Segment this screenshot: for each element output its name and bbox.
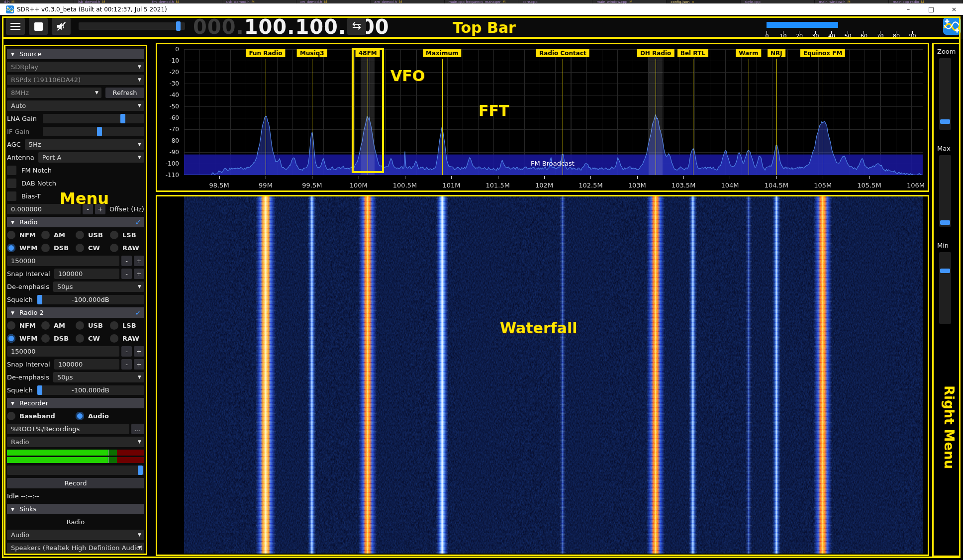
mode-option-nfm[interactable]: NFM bbox=[7, 321, 41, 330]
fft-size-ruler-slider[interactable]: 0102030405060708090 bbox=[767, 21, 916, 38]
sinks-section-header[interactable]: ▼Sinks bbox=[7, 504, 144, 514]
editor-tab[interactable]: core.cpp bbox=[518, 0, 592, 3]
mode-option-usb[interactable]: USB bbox=[76, 321, 110, 330]
mode-option-dsb[interactable]: DSB bbox=[41, 334, 76, 343]
de-emphasis-dropdown[interactable]: 50µs▼ bbox=[53, 372, 144, 382]
dab-notch-checkbox[interactable] bbox=[7, 179, 16, 188]
editor-tab[interactable]: usb_demod.hM bbox=[222, 0, 296, 3]
mode-option-lsb[interactable]: LSB bbox=[110, 321, 144, 330]
station-label-48fm[interactable]: 48FM bbox=[356, 49, 380, 57]
mode-option-wfm[interactable]: WFM bbox=[7, 244, 41, 252]
offset-plus-button[interactable]: + bbox=[95, 204, 105, 214]
if-agc-dropdown[interactable]: Auto▼ bbox=[7, 100, 144, 111]
editor-tab[interactable]: am_demod.hM bbox=[371, 0, 444, 3]
radio-bandwidth-input[interactable]: 150000 bbox=[7, 256, 119, 266]
station-label-maximum[interactable]: Maximum bbox=[423, 49, 461, 57]
bias-t-checkbox[interactable] bbox=[7, 191, 16, 201]
sink-device-dropdown[interactable]: Speakers (Realtek High Definition Audio)… bbox=[7, 543, 144, 553]
editor-tab[interactable]: main.cpp radioM bbox=[889, 0, 963, 3]
snap-plus-button[interactable]: + bbox=[134, 269, 144, 279]
mode-option-cw[interactable]: CW bbox=[76, 244, 110, 252]
frequency-digits[interactable]: 100.100.000 bbox=[244, 15, 389, 38]
mode-option-baseband[interactable]: Baseband bbox=[7, 412, 76, 420]
station-label-radio-contact[interactable]: Radio Contact bbox=[536, 49, 589, 57]
agc-dropdown[interactable]: 5Hz▼ bbox=[25, 139, 144, 150]
record-button[interactable]: Record bbox=[7, 478, 144, 488]
offset-minus-button[interactable]: - bbox=[83, 204, 93, 214]
station-label-musiq3[interactable]: Musiq3 bbox=[297, 49, 327, 57]
module-enabled-check-icon[interactable]: ✓ bbox=[135, 218, 141, 227]
editor-tab[interactable]: config.json× bbox=[667, 0, 740, 3]
browse-button[interactable]: ... bbox=[131, 424, 144, 434]
editor-tab-strip[interactable]: d.hMlsb_demod.hMfm_demod.hMusb_demod.hMc… bbox=[0, 0, 963, 3]
if-gain-handle[interactable] bbox=[97, 127, 102, 136]
snap-minus-button[interactable]: - bbox=[121, 359, 132, 370]
squelch-slider[interactable]: -100.000dB bbox=[37, 385, 144, 395]
min-slider-handle[interactable] bbox=[940, 269, 950, 273]
mode-option-wfm[interactable]: WFM bbox=[7, 334, 41, 343]
station-label-equinox-fm[interactable]: Equinox FM bbox=[800, 49, 845, 57]
mode-option-raw[interactable]: RAW bbox=[110, 244, 144, 252]
swap-vfo-button[interactable]: ⇆ bbox=[347, 18, 366, 35]
lna-gain-handle[interactable] bbox=[120, 114, 125, 123]
squelch-slider[interactable]: -100.000dB bbox=[37, 295, 144, 304]
squelch-handle[interactable] bbox=[37, 295, 42, 304]
minimize-button[interactable]: – bbox=[903, 5, 913, 13]
module-enabled-check-icon[interactable]: ✓ bbox=[135, 308, 141, 317]
maximize-button[interactable]: □ bbox=[926, 5, 936, 13]
mode-option-raw[interactable]: RAW bbox=[110, 334, 144, 343]
recording-path-input[interactable]: %ROOT%/Recordings bbox=[7, 424, 129, 434]
station-label-fun-radio[interactable]: Fun Radio bbox=[246, 49, 285, 57]
if-gain-slider[interactable] bbox=[43, 127, 144, 136]
station-label-warm[interactable]: Warm bbox=[736, 49, 761, 57]
recorder-volume-slider[interactable] bbox=[7, 466, 144, 475]
zoom-slider-handle[interactable] bbox=[940, 119, 950, 124]
station-label-dh-radio[interactable]: DH Radio bbox=[637, 49, 674, 57]
radio-section-header[interactable]: ▼Radio✓ bbox=[7, 217, 144, 227]
max-slider-handle[interactable] bbox=[940, 220, 950, 225]
squelch-handle[interactable] bbox=[37, 385, 42, 395]
waterfall-display[interactable] bbox=[184, 196, 923, 554]
mode-option-usb[interactable]: USB bbox=[76, 231, 110, 239]
recorder-section-header[interactable]: ▼Recorder bbox=[7, 398, 144, 408]
snap-interval-input[interactable]: 100000 bbox=[54, 269, 119, 279]
offset-input[interactable]: 0.000000 bbox=[7, 204, 81, 214]
snap-minus-button[interactable]: - bbox=[121, 269, 132, 279]
editor-tab[interactable]: cw_demod.hM bbox=[296, 0, 370, 3]
mode-option-cw[interactable]: CW bbox=[76, 334, 110, 343]
bandwidth-minus-button[interactable]: - bbox=[121, 256, 132, 266]
fft-plot[interactable]: FM Broadcast Fun RadioMusiq348FMMaximumR… bbox=[184, 49, 923, 175]
snap-interval-input[interactable]: 100000 bbox=[54, 359, 119, 370]
editor-tab[interactable]: style.cpp bbox=[741, 0, 814, 3]
lna-gain-slider[interactable] bbox=[43, 114, 144, 123]
editor-tab[interactable]: main_window.hM bbox=[815, 0, 888, 3]
mode-option-am[interactable]: AM bbox=[41, 321, 76, 330]
recorder-stream-dropdown[interactable]: Radio▼ bbox=[7, 437, 144, 447]
close-button[interactable]: × bbox=[949, 5, 959, 13]
stop-button[interactable] bbox=[29, 18, 48, 35]
mode-option-nfm[interactable]: NFM bbox=[7, 231, 41, 239]
editor-tab[interactable]: d.hM bbox=[0, 0, 74, 3]
source-section-header[interactable]: ▼Source bbox=[7, 49, 144, 59]
mode-option-audio[interactable]: Audio bbox=[76, 412, 144, 420]
editor-tab[interactable]: main_window.cppM bbox=[592, 0, 666, 3]
bandwidth-plus-button[interactable]: + bbox=[134, 346, 144, 357]
editor-tab[interactable]: lsb_demod.hM bbox=[74, 0, 148, 3]
recorder-volume-handle[interactable] bbox=[138, 466, 143, 475]
max-slider[interactable] bbox=[939, 155, 951, 227]
bandwidth-minus-button[interactable]: - bbox=[121, 346, 132, 357]
radio2-section-header[interactable]: ▼Radio 2✓ bbox=[7, 307, 144, 318]
antenna-dropdown[interactable]: Port A▼ bbox=[38, 152, 144, 163]
editor-tab[interactable]: main.cpp frequency_managerM bbox=[445, 0, 518, 3]
mode-option-lsb[interactable]: LSB bbox=[110, 231, 144, 239]
min-slider[interactable] bbox=[939, 252, 951, 324]
snap-plus-button[interactable]: + bbox=[134, 359, 144, 370]
editor-tab[interactable]: fm_demod.hM bbox=[148, 0, 222, 3]
source-device-dropdown[interactable]: RSPdx (191106DA42)▼ bbox=[7, 75, 144, 85]
volume-slider-handle[interactable] bbox=[176, 21, 181, 31]
zoom-slider[interactable] bbox=[939, 58, 951, 130]
fm-notch-checkbox[interactable] bbox=[7, 166, 16, 175]
sink-type-dropdown[interactable]: Audio▼ bbox=[7, 530, 144, 540]
bandwidth-plus-button[interactable]: + bbox=[134, 256, 144, 266]
station-label-bel-rtl[interactable]: Bel RTL bbox=[677, 49, 708, 57]
